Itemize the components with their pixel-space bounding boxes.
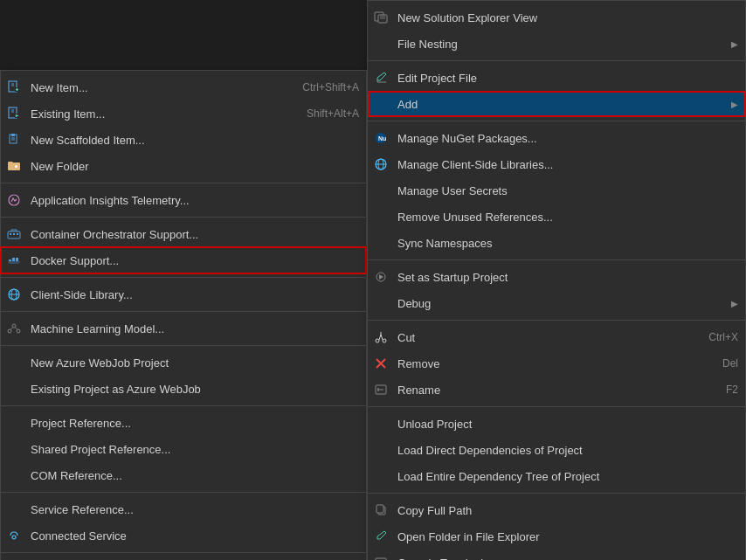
menu-item-file-nesting[interactable]: File Nesting ▶ (368, 31, 745, 57)
cut-shortcut: Ctrl+X (708, 331, 738, 343)
menu-item-rename[interactable]: Rename F2 (368, 377, 745, 403)
menu-item-existing-item[interactable]: Existing Item... Shift+Alt+A (1, 100, 366, 127)
azure-webjob-label: New Azure WebJob Project (24, 356, 359, 370)
svg-rect-24 (12, 259, 15, 261)
set-startup-project-label: Set as Startup Project (390, 271, 738, 284)
menu-item-new-item[interactable]: New Item... Ctrl+Shift+A (1, 74, 366, 100)
new-item-icon (4, 78, 24, 97)
svg-rect-23 (9, 259, 11, 261)
edit-project-file-label: Edit Project File (390, 72, 738, 85)
new-solution-explorer-view-label: New Solution Explorer View (390, 11, 738, 24)
svg-rect-20 (10, 233, 11, 235)
menu-item-client-side-library[interactable]: Client-Side Library... (1, 281, 366, 308)
unload-project-label: Unload Project (390, 418, 738, 431)
menu-item-remove-unused-refs[interactable]: Remove Unused References... (368, 204, 745, 230)
cut-icon (371, 328, 390, 347)
menu-item-remove[interactable]: Remove Del (368, 350, 745, 377)
project-reference-label: Project Reference... (24, 417, 359, 430)
existing-azure-webjob-label: Existing Project as Azure WebJob (24, 383, 359, 396)
menu-item-azure-webjob[interactable]: New Azure WebJob Project (1, 349, 366, 376)
menu-item-shared-project-reference[interactable]: Shared Project Reference... (1, 436, 366, 462)
remove-icon (371, 354, 390, 373)
separator-r4 (368, 320, 745, 321)
menu-item-container-orchestrator[interactable]: Container Orchestrator Support... (1, 221, 366, 247)
menu-item-load-entire-tree[interactable]: Load Entire Dependency Tree of Project (368, 463, 745, 489)
existing-item-shortcut: Shift+Alt+A (307, 107, 359, 120)
menu-item-manage-client-libs[interactable]: Manage Client-Side Libraries... (368, 151, 745, 177)
svg-line-35 (16, 328, 18, 330)
svg-rect-27 (16, 258, 18, 259)
svg-line-58 (381, 335, 383, 340)
separator-r3 (368, 259, 745, 260)
menu-item-set-startup-project[interactable]: Set as Startup Project (368, 264, 745, 290)
manage-nuget-label: Manage NuGet Packages... (390, 132, 738, 145)
menu-item-open-folder-explorer[interactable]: Open Folder in File Explorer (368, 523, 745, 550)
project-ref-icon (4, 413, 24, 432)
svg-rect-13 (11, 134, 15, 136)
menu-item-add[interactable]: Add ▶ (368, 91, 745, 117)
menu-item-project-reference[interactable]: Project Reference... (1, 410, 366, 436)
load-entire-tree-icon (371, 467, 390, 486)
menu-item-connected-service[interactable]: Connected Service (1, 522, 366, 549)
separator-r6 (368, 493, 745, 494)
startup-project-icon (371, 267, 390, 287)
new-item-shortcut: Ctrl+Shift+A (302, 81, 359, 93)
docker-icon (4, 251, 24, 270)
menu-item-service-reference[interactable]: Service Reference... (1, 496, 366, 522)
copy-full-path-label: Copy Full Path (390, 504, 738, 517)
manage-client-side-label: Manage Client-Side Libraries... (390, 158, 738, 171)
ml-icon (4, 319, 24, 338)
com-ref-icon (4, 466, 24, 485)
menu-item-open-terminal[interactable]: Open in Terminal (368, 550, 745, 560)
new-solution-view-icon (371, 8, 390, 27)
existing-item-icon (4, 104, 24, 123)
menu-item-new-folder[interactable]: New Folder (1, 153, 366, 179)
menu-item-existing-azure-webjob[interactable]: Existing Project as Azure WebJob (1, 376, 366, 402)
menu-item-class[interactable]: C# C Class... (1, 557, 366, 560)
svg-text:Nu: Nu (378, 135, 386, 142)
menu-item-manage-user-secrets[interactable]: Manage User Secrets (368, 177, 745, 204)
svg-rect-21 (13, 233, 15, 235)
svg-line-34 (10, 328, 13, 330)
scaffolded-item-label: New Scaffolded Item... (24, 134, 359, 147)
remove-label: Remove (390, 357, 722, 370)
menu-item-debug[interactable]: Debug ▶ (368, 290, 745, 316)
unload-project-icon (371, 414, 390, 433)
menu-item-app-insights[interactable]: Application Insights Telemetry... (1, 187, 366, 213)
add-label: Add (390, 98, 724, 111)
separator-r1 (368, 60, 745, 61)
menu-item-cut[interactable]: Cut Ctrl+X (368, 324, 745, 350)
svg-point-55 (376, 339, 379, 342)
existing-item-label: Existing Item... (24, 107, 307, 121)
load-entire-tree-label: Load Entire Dependency Tree of Project (390, 470, 738, 483)
menu-item-sync-namespaces[interactable]: Sync Namespaces (368, 230, 745, 256)
svg-point-56 (383, 339, 386, 342)
menu-item-manage-nuget[interactable]: Nu Manage NuGet Packages... (368, 125, 745, 151)
service-ref-icon (4, 500, 24, 519)
service-reference-label: Service Reference... (24, 503, 359, 516)
remove-unused-refs-label: Remove Unused References... (390, 211, 738, 224)
menu-item-unload-project[interactable]: Unload Project (368, 411, 745, 437)
separator-1 (1, 183, 366, 183)
open-folder-explorer-label: Open Folder in File Explorer (390, 530, 738, 543)
menu-item-copy-full-path[interactable]: Copy Full Path (368, 497, 745, 523)
sync-namespaces-label: Sync Namespaces (390, 237, 738, 250)
cut-label: Cut (390, 331, 708, 344)
menu-item-load-direct-deps[interactable]: Load Direct Dependencies of Project (368, 437, 745, 463)
menu-item-new-scaffolded-item[interactable]: New Scaffolded Item... (1, 127, 366, 153)
menu-item-edit-project-file[interactable]: Edit Project File (368, 65, 745, 91)
svg-rect-26 (12, 258, 15, 259)
separator-r5 (368, 406, 745, 407)
menu-item-ml-model[interactable]: Machine Learning Model... (1, 315, 366, 342)
shared-project-reference-label: Shared Project Reference... (24, 443, 359, 456)
remove-unused-icon (371, 207, 390, 226)
manage-user-secrets-label: Manage User Secrets (390, 184, 738, 197)
menu-item-docker-support[interactable]: Docker Support... (1, 247, 366, 273)
left-context-menu: New Item... Ctrl+Shift+A Existing Item..… (0, 70, 367, 560)
connected-service-label: Connected Service (24, 529, 359, 543)
menu-item-com-reference[interactable]: COM Reference... (1, 462, 366, 488)
svg-point-31 (12, 324, 16, 328)
menu-item-new-solution-explorer-view[interactable]: New Solution Explorer View (368, 4, 745, 31)
user-secrets-icon (371, 181, 390, 200)
new-folder-icon (4, 156, 24, 176)
